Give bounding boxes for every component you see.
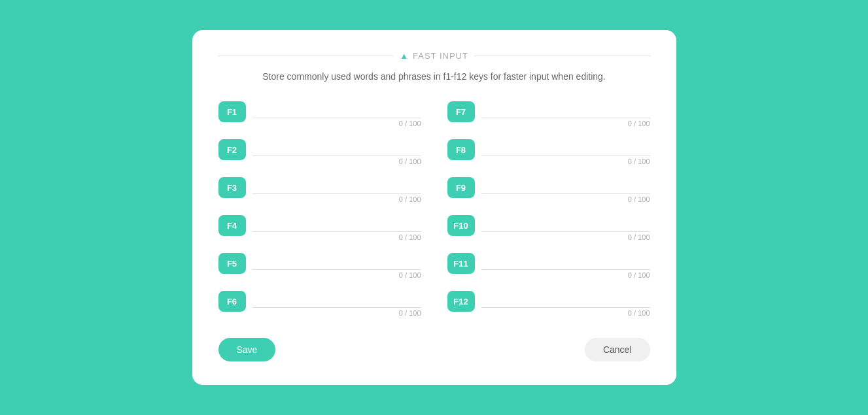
- field-input-f7[interactable]: [481, 97, 650, 118]
- section-title: FAST INPUT: [413, 51, 468, 61]
- char-count-f7: 0 / 100: [481, 120, 650, 127]
- field-input-f8[interactable]: [481, 135, 650, 156]
- title-line-left: [218, 56, 394, 56]
- field-row-f9: F90 / 100: [447, 173, 650, 208]
- field-row-f6: F60 / 100: [218, 287, 421, 322]
- char-count-f6: 0 / 100: [252, 309, 421, 317]
- key-badge-f6: F6: [218, 291, 246, 312]
- key-badge-f8: F8: [447, 139, 475, 160]
- input-wrapper-f8: 0 / 100: [481, 135, 650, 171]
- input-wrapper-f12: 0 / 100: [481, 287, 650, 322]
- field-input-f10[interactable]: [481, 211, 650, 232]
- input-wrapper-f6: 0 / 100: [252, 287, 421, 322]
- input-wrapper-f3: 0 / 100: [252, 173, 421, 208]
- field-input-f9[interactable]: [481, 173, 650, 194]
- description-text: Store commonly used words and phrases in…: [218, 71, 650, 82]
- fast-input-modal: ▲ FAST INPUT Store commonly used words a…: [192, 30, 676, 385]
- field-input-f3[interactable]: [252, 173, 421, 194]
- char-count-f11: 0 / 100: [481, 271, 650, 279]
- key-badge-f4: F4: [218, 215, 246, 236]
- key-badge-f11: F11: [447, 253, 475, 274]
- char-count-f9: 0 / 100: [481, 195, 650, 203]
- footer: Save Cancel: [218, 338, 650, 361]
- section-title-row: ▲ FAST INPUT: [218, 51, 650, 61]
- field-input-f4[interactable]: [252, 211, 421, 232]
- field-row-f3: F30 / 100: [218, 173, 421, 208]
- cancel-button[interactable]: Cancel: [585, 338, 650, 361]
- field-row-f12: F120 / 100: [447, 287, 650, 322]
- key-badge-f5: F5: [218, 253, 246, 274]
- field-input-f12[interactable]: [481, 287, 650, 308]
- input-wrapper-f4: 0 / 100: [252, 211, 421, 246]
- save-button[interactable]: Save: [218, 338, 276, 361]
- char-count-f3: 0 / 100: [252, 195, 421, 203]
- key-badge-f10: F10: [447, 215, 475, 236]
- field-row-f10: F100 / 100: [447, 211, 650, 246]
- char-count-f1: 0 / 100: [252, 120, 421, 127]
- key-badge-f12: F12: [447, 291, 475, 312]
- char-count-f2: 0 / 100: [252, 158, 421, 165]
- char-count-f12: 0 / 100: [481, 309, 650, 317]
- field-input-f2[interactable]: [252, 135, 421, 156]
- input-wrapper-f9: 0 / 100: [481, 173, 650, 208]
- key-badge-f9: F9: [447, 177, 475, 198]
- key-badge-f2: F2: [218, 139, 246, 160]
- input-wrapper-f1: 0 / 100: [252, 97, 421, 133]
- input-wrapper-f7: 0 / 100: [481, 97, 650, 133]
- field-input-f1[interactable]: [252, 97, 421, 118]
- field-row-f5: F50 / 100: [218, 249, 421, 284]
- title-line-right: [475, 56, 650, 56]
- field-row-f4: F40 / 100: [218, 211, 421, 246]
- title-icon: ▲: [400, 51, 409, 61]
- field-row-f2: F20 / 100: [218, 135, 421, 171]
- key-badge-f3: F3: [218, 177, 246, 198]
- input-wrapper-f5: 0 / 100: [252, 249, 421, 284]
- input-wrapper-f11: 0 / 100: [481, 249, 650, 284]
- field-input-f5[interactable]: [252, 249, 421, 270]
- input-wrapper-f2: 0 / 100: [252, 135, 421, 171]
- char-count-f10: 0 / 100: [481, 233, 650, 241]
- field-row-f1: F10 / 100: [218, 97, 421, 133]
- input-wrapper-f10: 0 / 100: [481, 211, 650, 246]
- key-badge-f1: F1: [218, 101, 246, 122]
- char-count-f4: 0 / 100: [252, 233, 421, 241]
- field-input-f11[interactable]: [481, 249, 650, 270]
- char-count-f8: 0 / 100: [481, 158, 650, 165]
- field-row-f7: F70 / 100: [447, 97, 650, 133]
- field-row-f8: F80 / 100: [447, 135, 650, 171]
- fields-grid: F10 / 100F70 / 100F20 / 100F80 / 100F30 …: [218, 97, 650, 325]
- title-content: ▲ FAST INPUT: [400, 51, 468, 61]
- key-badge-f7: F7: [447, 101, 475, 122]
- field-row-f11: F110 / 100: [447, 249, 650, 284]
- char-count-f5: 0 / 100: [252, 271, 421, 279]
- field-input-f6[interactable]: [252, 287, 421, 308]
